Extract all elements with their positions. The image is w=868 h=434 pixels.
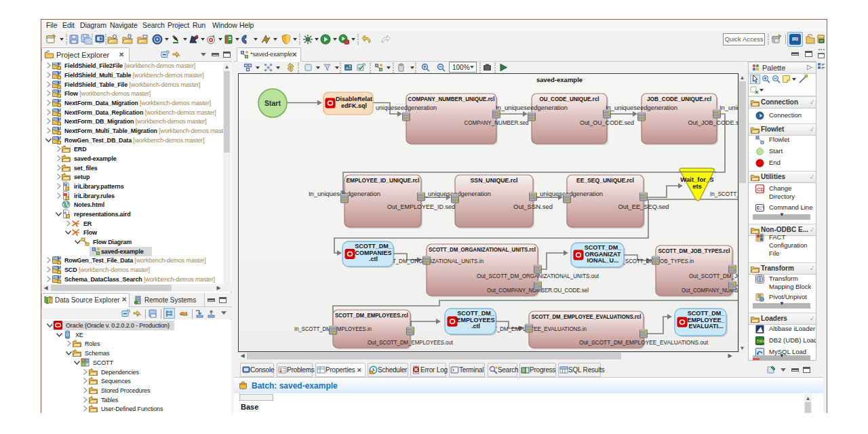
svg-text:SCOTT_DM_EMPLOYEES.rcl: SCOTT_DM_EMPLOYEES.rcl — [335, 311, 408, 319]
svg-text:In_uniqueseedgeneration: In_uniqueseedgeneration — [606, 104, 677, 111]
svg-text:Start: Start — [264, 99, 281, 107]
svg-text:ORGANIZAT: ORGANIZAT — [585, 251, 621, 258]
svg-text:COMPANIES: COMPANIES — [355, 250, 392, 256]
svg-text:Out_SCOTT_DM_EMPLOYEES.out: Out_SCOTT_DM_EMPLOYEES.out — [368, 338, 453, 346]
svg-text:Out_SSN.sed: Out_SSN.sed — [513, 203, 553, 210]
svg-text:edFK.sql: edFK.sql — [341, 102, 367, 109]
svg-text:EVALUATI...: EVALUATI... — [688, 323, 723, 330]
svg-text:SCOTT_DM_: SCOTT_DM_ — [355, 243, 393, 250]
svg-text:DB2: DB2 — [757, 339, 764, 343]
svg-text:Out_EMPLOYEE_ID.sed: Out_EMPLOYEE_ID.sed — [387, 203, 455, 210]
svg-text:COMPANY_NUMBER_UNIQUE.rcl: COMPANY_NUMBER_UNIQUE.rcl — [408, 95, 495, 102]
svg-text:SCOTT_DM_: SCOTT_DM_ — [688, 310, 726, 317]
svg-text:SCOTT_DM_: SCOTT_DM_ — [585, 244, 623, 251]
svg-text:EMPLOYEE_ID_UNIQUE.rcl: EMPLOYEE_ID_UNIQUE.rcl — [347, 176, 420, 184]
svg-text:SCOTT_DM_EMPLOYEE_EVALUATIONS.: SCOTT_DM_EMPLOYEE_EVALUATIONS.rcl — [532, 313, 642, 320]
svg-text:SSN_UNIQUE.rcl: SSN_UNIQUE.rcl — [471, 176, 518, 184]
svg-text:SCOTT_DM_ORGANIZATIONAL_UNITS.: SCOTT_DM_ORGANIZATIONAL_UNITS.rcl — [429, 245, 536, 253]
svg-text:In_SCOTT_DM_COMPANIES.ctl: In_SCOTT_DM_COMPANIES.ctl — [710, 190, 738, 197]
svg-text:ets: ets — [692, 182, 702, 190]
svg-text:OU_CODE_UNIQUE.rcl: OU_CODE_UNIQUE.rcl — [540, 95, 599, 102]
svg-text:EE_SEQ_UNIQUE.rcl: EE_SEQ_UNIQUE.rcl — [576, 176, 634, 184]
svg-text:JOB_CODE_UNIQUE.rcl: JOB_CODE_UNIQUE.rcl — [647, 95, 711, 102]
svg-text:CD: CD — [757, 186, 764, 193]
svg-text:COMPANY_NUMBER.sed: COMPANY_NUMBER.sed — [465, 119, 529, 126]
svg-text:saved-example: saved-example — [536, 76, 583, 83]
svg-text:In_uniqueseedgeneration: In_uniqueseedgeneration — [496, 104, 568, 111]
svg-text:SCOTT_DM_JOB_TYPES.rcl: SCOTT_DM_JOB_TYPES.rcl — [658, 247, 730, 254]
svg-text:Out_EE_SEQ.sed: Out_EE_SEQ.sed — [618, 203, 669, 210]
svg-text:C:\: C:\ — [757, 206, 764, 211]
svg-text:Out_JOB_CODE.sed: Out_JOB_CODE.sed — [688, 119, 739, 126]
svg-text:DisableRelat: DisableRelat — [336, 96, 372, 102]
svg-text:EMPLOYEE_: EMPLOYEE_ — [687, 317, 725, 323]
svg-text:.ctl: .ctl — [471, 323, 480, 330]
svg-text:In_uniqueseedgeneration: In_uniqueseedgeneration — [719, 104, 738, 111]
svg-text:.ctl: .ctl — [369, 256, 378, 262]
svg-text:Out_SCOTT_DM_EMPLOYEE_EVALUATI: Out_SCOTT_DM_EMPLOYEE_EVALUATIONS.out — [579, 338, 708, 346]
svg-text:EMPLOYEES: EMPLOYEES — [456, 317, 494, 323]
svg-text:SCOTT_DM_: SCOTT_DM_ — [457, 310, 495, 317]
svg-text:uniqueseedgeneration: uniqueseedgeneration — [376, 104, 437, 111]
svg-text:Out_OU_CODE.sed: Out_OU_CODE.sed — [580, 119, 634, 126]
svg-text:IONAL_U...: IONAL_U... — [587, 257, 618, 264]
svg-text:GIT: GIT — [820, 40, 823, 43]
